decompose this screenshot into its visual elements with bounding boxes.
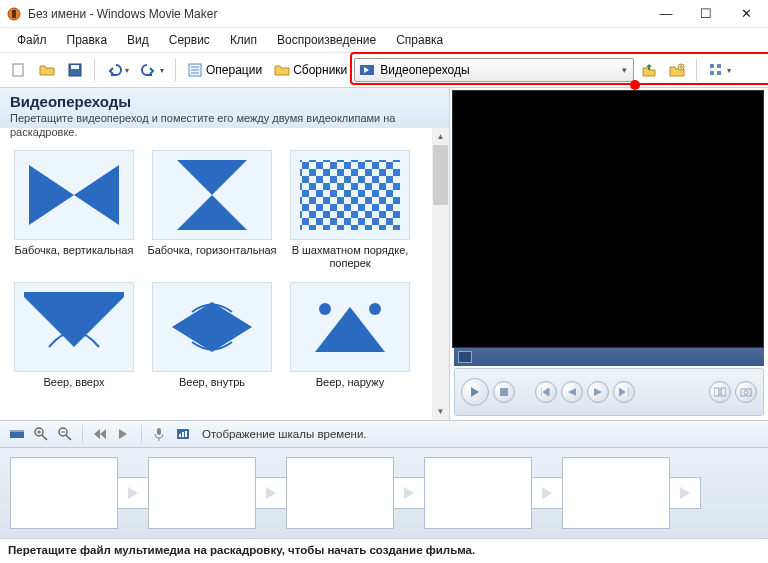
zoom-in-button[interactable]	[30, 423, 52, 445]
storyboard-slot[interactable]	[148, 457, 256, 529]
storyboard-slot[interactable]	[286, 457, 394, 529]
transition-item[interactable]: Веер, вверх	[8, 282, 140, 410]
storyboard-slot[interactable]	[562, 457, 670, 529]
svg-rect-21	[714, 388, 719, 396]
transition-item[interactable]: Веер, внутрь	[146, 282, 278, 410]
new-folder-button[interactable]	[664, 57, 690, 83]
menu-file[interactable]: Файл	[8, 30, 56, 50]
timeline-view-button[interactable]	[6, 423, 28, 445]
rewind-start-button[interactable]	[535, 381, 557, 403]
menu-play[interactable]: Воспроизведение	[268, 30, 385, 50]
transition-label: Бабочка, горизонтальная	[147, 244, 276, 270]
chevron-down-icon: ▾	[622, 65, 627, 75]
svg-rect-36	[179, 434, 181, 437]
svg-rect-11	[710, 64, 714, 68]
transition-item[interactable]: В шахматном порядке, поперек	[284, 150, 416, 278]
svg-rect-20	[500, 388, 508, 396]
menu-edit[interactable]: Правка	[58, 30, 117, 50]
svg-rect-1	[12, 10, 16, 18]
tasks-button[interactable]: Операции	[182, 57, 267, 83]
snapshot-button[interactable]	[735, 381, 757, 403]
prev-frame-button[interactable]	[561, 381, 583, 403]
zoom-out-button[interactable]	[54, 423, 76, 445]
svg-rect-37	[182, 432, 184, 437]
stop-button[interactable]	[493, 381, 515, 403]
save-button[interactable]	[62, 57, 88, 83]
svg-rect-2	[13, 64, 23, 76]
preview-frame-icon	[458, 351, 472, 363]
svg-point-19	[369, 303, 381, 315]
scroll-up-button[interactable]: ▲	[432, 128, 449, 145]
svg-point-18	[319, 303, 331, 315]
play-button[interactable]	[461, 378, 489, 406]
forward-end-button[interactable]	[613, 381, 635, 403]
svg-rect-13	[710, 71, 714, 75]
storyboard-transition-slot[interactable]	[255, 477, 287, 509]
storyboard-slot[interactable]	[10, 457, 118, 529]
app-icon	[6, 6, 22, 22]
menu-clip[interactable]: Клип	[221, 30, 266, 50]
window-controls: — ☐ ✕	[646, 1, 766, 27]
panel-title: Видеопереходы	[10, 93, 439, 110]
storyboard-transition-slot[interactable]	[669, 477, 701, 509]
scroll-thumb[interactable]	[433, 145, 448, 205]
menu-bar: Файл Правка Вид Сервис Клип Воспроизведе…	[0, 28, 768, 52]
svg-line-28	[42, 435, 47, 440]
butterfly-vertical-icon	[19, 155, 129, 235]
preview-pane	[450, 88, 768, 420]
transition-label: Веер, внутрь	[179, 376, 245, 402]
undo-button[interactable]: ▾	[101, 57, 134, 83]
status-bar: Перетащите файл мультимедиа на раскадров…	[0, 538, 768, 560]
svg-point-24	[744, 391, 748, 395]
view-mode-button[interactable]: ▾	[703, 57, 736, 83]
fan-in-icon	[157, 287, 267, 367]
menu-view[interactable]: Вид	[118, 30, 158, 50]
fan-up-icon	[19, 287, 129, 367]
transition-item[interactable]: Веер, наружу	[284, 282, 416, 410]
timeline-play-button[interactable]	[113, 423, 135, 445]
svg-rect-22	[721, 388, 726, 396]
timeline-toolbar: Отображение шкалы времени.	[0, 420, 768, 448]
storyboard-transition-slot[interactable]	[531, 477, 563, 509]
transitions-grid: Бабочка, вертикальная Бабочка, горизонта…	[0, 142, 449, 410]
svg-rect-26	[10, 430, 24, 432]
vertical-scrollbar[interactable]: ▲ ▼	[432, 128, 449, 420]
open-button[interactable]	[34, 57, 60, 83]
close-button[interactable]: ✕	[726, 1, 766, 27]
storyboard[interactable]	[0, 448, 768, 538]
checkerboard-icon	[295, 155, 405, 235]
transition-item[interactable]: Бабочка, горизонтальная	[146, 150, 278, 278]
up-level-button[interactable]	[636, 57, 662, 83]
redo-button[interactable]: ▾	[136, 57, 169, 83]
svg-rect-4	[71, 65, 79, 69]
new-project-button[interactable]	[6, 57, 32, 83]
collection-combo[interactable]: Видеопереходы ▾	[354, 58, 634, 82]
collections-label: Сборники	[293, 63, 347, 77]
window-title: Без имени - Windows Movie Maker	[28, 7, 646, 21]
panel-hint: Перетащите видеопереход и поместите его …	[10, 112, 439, 140]
audio-levels-button[interactable]	[172, 423, 194, 445]
storyboard-transition-slot[interactable]	[393, 477, 425, 509]
butterfly-horizontal-icon	[157, 155, 267, 235]
status-text: Перетащите файл мультимедиа на раскадров…	[8, 544, 475, 556]
narrate-button[interactable]	[148, 423, 170, 445]
timeline-rewind-button[interactable]	[89, 423, 111, 445]
menu-tools[interactable]: Сервис	[160, 30, 219, 50]
scroll-down-button[interactable]: ▼	[432, 403, 449, 420]
storyboard-slot[interactable]	[424, 457, 532, 529]
menu-help[interactable]: Справка	[387, 30, 452, 50]
minimize-button[interactable]: —	[646, 1, 686, 27]
next-frame-button[interactable]	[587, 381, 609, 403]
svg-rect-17	[300, 160, 400, 230]
storyboard-transition-slot[interactable]	[117, 477, 149, 509]
transition-label: Веер, вверх	[44, 376, 105, 402]
collections-button[interactable]: Сборники	[269, 57, 352, 83]
timeline-toolbar-label: Отображение шкалы времени.	[202, 428, 367, 440]
split-button[interactable]	[709, 381, 731, 403]
collection-combo-value: Видеопереходы	[380, 63, 469, 77]
preview-monitor	[452, 90, 764, 348]
svg-line-32	[66, 435, 71, 440]
transition-item[interactable]: Бабочка, вертикальная	[8, 150, 140, 278]
svg-rect-12	[717, 64, 721, 68]
maximize-button[interactable]: ☐	[686, 1, 726, 27]
